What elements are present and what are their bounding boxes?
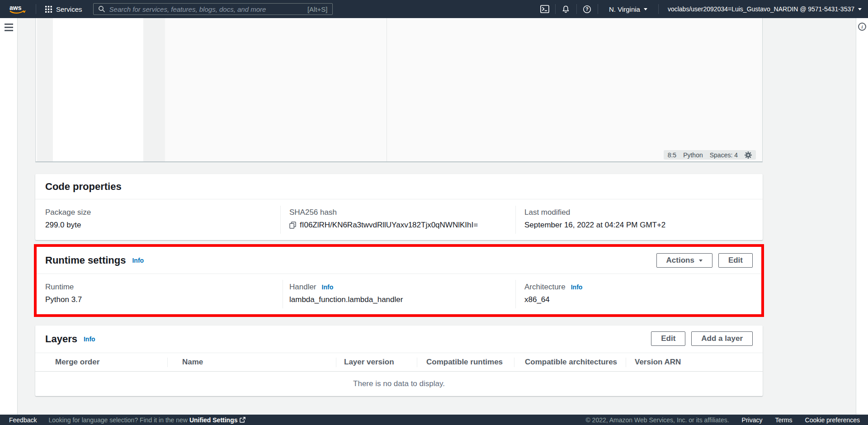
sha256-field: SHA256 hash fI06ZlRH/KN6Ra3twvdRllUYaxv1…	[289, 208, 478, 230]
add-layer-button[interactable]: Add a layer	[691, 331, 753, 346]
package-size-label: Package size	[45, 208, 91, 217]
code-properties-header: Code properties	[35, 174, 763, 199]
aws-logo-icon: aws	[8, 4, 26, 15]
editor-splitter-handle[interactable]	[143, 18, 165, 161]
layers-header: Layers Info Edit Add a layer	[35, 326, 763, 353]
sha256-label: SHA256 hash	[289, 208, 478, 217]
account-label: voclabs/user2092034=Luis_Gustavo_NARDIN …	[668, 5, 854, 13]
nav-right-group: ? N. Virginia voclabs/user2092034=Luis_G…	[534, 0, 868, 18]
column-divider	[283, 280, 283, 308]
copyright-text: © 2022, Amazon Web Services, Inc. or its…	[585, 416, 729, 424]
handler-label: Handler	[289, 283, 316, 292]
nav-divider	[658, 4, 659, 14]
language-mode[interactable]: Python	[683, 151, 703, 159]
actions-caret-icon	[699, 260, 703, 262]
architecture-label: Architecture	[524, 283, 566, 292]
chevron-down-icon	[858, 8, 862, 10]
column-divider	[514, 358, 514, 367]
runtime-settings-title: Runtime settings	[45, 255, 126, 266]
terms-link[interactable]: Terms	[775, 416, 792, 424]
hamburger-menu-icon[interactable]	[5, 24, 17, 31]
code-properties-body: Package size 299.0 byte SHA256 hash fI06…	[35, 199, 763, 240]
column-divider	[515, 206, 516, 234]
column-divider	[336, 358, 336, 367]
layers-table-header: Merge order Name Layer version Compatibl…	[35, 353, 763, 372]
file-explorer-panel[interactable]	[53, 18, 143, 161]
search-input[interactable]	[109, 5, 303, 13]
col-merge-order: Merge order	[55, 358, 99, 367]
column-divider	[167, 358, 168, 367]
unified-settings-link[interactable]: Unified Settings	[189, 416, 238, 424]
architecture-info-link[interactable]: Info	[571, 283, 583, 291]
region-selector[interactable]: N. Virginia	[598, 5, 658, 13]
col-name: Name	[182, 358, 203, 367]
services-grid-icon	[45, 6, 52, 13]
handler-value: lambda_function.lambda_handler	[289, 295, 403, 304]
nav-left-group: aws Services	[0, 0, 333, 18]
code-editor-pane: 8:5 Python Spaces: 4	[35, 18, 763, 162]
runtime-settings-info-link[interactable]: Info	[132, 257, 144, 264]
editor-status-bar: 8:5 Python Spaces: 4	[664, 150, 756, 160]
annotation-highlight-box: Runtime settings Info Actions Edit Runti…	[34, 244, 764, 317]
col-version-arn: Version ARN	[635, 358, 681, 367]
aws-console-page: aws Services	[0, 0, 868, 425]
info-panel-icon[interactable]: i	[858, 23, 866, 31]
top-navigation-bar: aws Services	[0, 0, 868, 18]
last-modified-value: September 16, 2022 at 04:24 PM GMT+2	[524, 221, 665, 230]
column-divider	[280, 206, 281, 234]
runtime-edit-button[interactable]: Edit	[718, 253, 753, 268]
account-menu[interactable]: voclabs/user2092034=Luis_Gustavo_NARDIN …	[668, 5, 862, 13]
svg-text:aws: aws	[9, 4, 22, 11]
cookie-preferences-link[interactable]: Cookie preferences	[805, 416, 860, 424]
last-modified-field: Last modified September 16, 2022 at 04:2…	[524, 208, 665, 230]
handler-info-link[interactable]: Info	[322, 283, 334, 291]
runtime-value: Python 3.7	[45, 295, 82, 304]
runtime-settings-body: Runtime Python 3.7 Handler Info lambda_f…	[37, 274, 761, 314]
handler-field: Handler Info lambda_function.lambda_hand…	[289, 283, 403, 304]
print-margin-line	[387, 18, 387, 161]
gear-icon[interactable]	[745, 151, 752, 159]
cloudshell-icon[interactable]	[534, 5, 555, 13]
runtime-settings-section: Runtime settings Info Actions Edit Runti…	[37, 247, 761, 314]
privacy-link[interactable]: Privacy	[742, 416, 763, 424]
runtime-label: Runtime	[45, 283, 82, 292]
col-compatible-runtimes: Compatible runtimes	[426, 358, 503, 367]
services-menu[interactable]: Services	[45, 5, 82, 13]
nav-divider	[36, 4, 36, 14]
architecture-field: Architecture Info x86_64	[524, 283, 582, 304]
svg-text:?: ?	[586, 7, 589, 12]
last-modified-label: Last modified	[524, 208, 665, 217]
layers-edit-button[interactable]: Edit	[651, 331, 685, 346]
col-compatible-architectures: Compatible architectures	[525, 358, 617, 367]
language-selection-note: Looking for language selection? Find it …	[48, 416, 245, 424]
code-properties-section: Code properties Package size 299.0 byte …	[35, 174, 763, 240]
copy-icon[interactable]	[289, 222, 296, 229]
search-box[interactable]: [Alt+S]	[93, 3, 333, 15]
layers-section: Layers Info Edit Add a layer Merge order…	[35, 326, 763, 396]
code-editing-area[interactable]: 8:5 Python Spaces: 4	[165, 18, 762, 161]
help-icon[interactable]: ?	[577, 5, 598, 14]
column-divider	[515, 280, 516, 308]
layers-info-link[interactable]: Info	[84, 335, 95, 343]
code-properties-title: Code properties	[45, 181, 122, 193]
chevron-down-icon	[644, 8, 647, 10]
runtime-field: Runtime Python 3.7	[45, 283, 82, 304]
bell-icon[interactable]	[556, 5, 576, 13]
actions-button[interactable]: Actions	[656, 253, 712, 268]
package-size-field: Package size 299.0 byte	[45, 208, 91, 230]
indent-setting[interactable]: Spaces: 4	[710, 151, 738, 159]
help-panel-rail: i	[856, 18, 868, 415]
architecture-value: x86_64	[524, 295, 582, 304]
package-size-value: 299.0 byte	[45, 221, 91, 230]
runtime-settings-header: Runtime settings Info Actions Edit	[37, 247, 761, 274]
search-shortcut-hint: [Alt+S]	[307, 5, 328, 13]
feedback-link[interactable]: Feedback	[9, 416, 37, 424]
aws-logo[interactable]: aws	[8, 4, 26, 15]
layers-empty-state: There is no data to display.	[35, 372, 763, 396]
col-layer-version: Layer version	[344, 358, 394, 367]
layers-title: Layers	[45, 333, 77, 345]
editor-gutter	[37, 18, 53, 161]
left-sidebar-rail	[0, 18, 18, 415]
cursor-position: 8:5	[668, 151, 676, 159]
footer-bar: Feedback Looking for language selection?…	[0, 415, 868, 425]
